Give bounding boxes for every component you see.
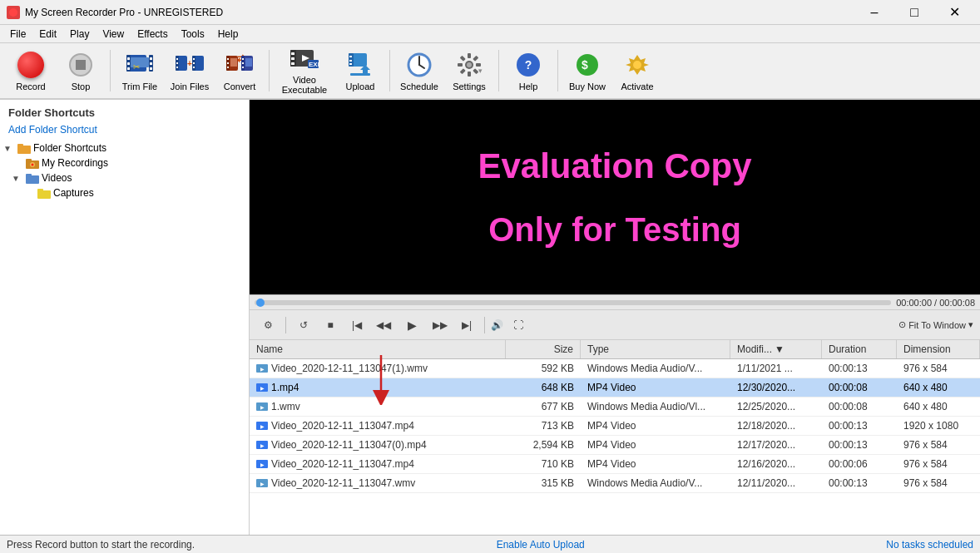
svg-rect-25 bbox=[227, 58, 229, 60]
table-row[interactable]: ▶ 1.mp4 648 KB MP4 Video 12/30/2020... 0… bbox=[250, 378, 980, 397]
help-button[interactable]: ? Help bbox=[504, 47, 552, 95]
settings-ctrl-button[interactable]: ⚙ bbox=[256, 315, 280, 335]
convert-button[interactable]: ⇄ Convert bbox=[215, 47, 264, 95]
svg-rect-62 bbox=[460, 68, 466, 74]
svg-rect-19 bbox=[193, 58, 195, 60]
app-title: My Screen Recorder Pro - UNREGISTERED bbox=[25, 7, 223, 18]
fit-to-window-control[interactable]: ⊙ Fit To Window ▾ bbox=[898, 319, 973, 330]
video-executable-button[interactable]: EXE Video Executable bbox=[275, 47, 334, 95]
menu-tools[interactable]: Tools bbox=[175, 27, 211, 42]
svg-rect-35 bbox=[245, 58, 252, 67]
upload-icon bbox=[345, 50, 375, 80]
schedule-button[interactable]: Schedule bbox=[395, 47, 443, 95]
video-executable-icon: EXE bbox=[290, 47, 319, 73]
settings-icon: ▾ bbox=[454, 50, 484, 80]
file-size-cell: 713 KB bbox=[506, 417, 581, 435]
tree-item-my-recordings[interactable]: My Recordings bbox=[0, 156, 249, 170]
tree-item-videos[interactable]: ▼ Videos bbox=[0, 170, 249, 185]
file-duration-cell: 00:00:08 bbox=[822, 397, 897, 416]
next-chapter-button[interactable]: ▶| bbox=[455, 315, 478, 335]
file-type-cell: Windows Media Audio/Vl... bbox=[581, 397, 730, 416]
file-thumb: ▶ bbox=[256, 402, 268, 411]
right-panel: Evaluation Copy Only for Testing 00:00:0… bbox=[250, 100, 980, 535]
header-modified[interactable]: Modifi... ▼ bbox=[730, 340, 822, 358]
enable-auto-upload-link[interactable]: Enable Auto Upload bbox=[497, 539, 585, 551]
svg-rect-33 bbox=[242, 62, 244, 64]
captures-icon bbox=[37, 188, 51, 199]
header-type[interactable]: Type bbox=[581, 340, 730, 358]
videos-icon bbox=[26, 173, 39, 184]
fullscreen-button[interactable]: ⛶ bbox=[507, 315, 530, 335]
record-button[interactable]: Record bbox=[7, 47, 55, 95]
menu-edit[interactable]: Edit bbox=[32, 27, 63, 42]
buy-now-label: Buy Now bbox=[569, 81, 606, 91]
svg-rect-7 bbox=[150, 57, 152, 60]
stop-label: Stop bbox=[72, 81, 91, 91]
file-size-cell: 648 KB bbox=[506, 378, 581, 397]
file-name-cell: ▶ Video_2020-12-11_113047(1).wmv bbox=[250, 359, 506, 378]
app-icon bbox=[7, 6, 20, 19]
settings-button[interactable]: ▾ Settings bbox=[445, 47, 493, 95]
rewind-button[interactable]: ◀◀ bbox=[372, 315, 395, 335]
add-folder-shortcut-link[interactable]: Add Folder Shortcut bbox=[0, 122, 249, 141]
play-button[interactable]: ▶ bbox=[398, 314, 425, 337]
join-files-label: Join Files bbox=[171, 81, 209, 91]
file-size-cell: 677 KB bbox=[506, 397, 581, 416]
file-type-cell: MP4 Video bbox=[581, 436, 730, 454]
table-row[interactable]: ▶ Video_2020-12-11_113047.wmv 315 KB Win… bbox=[250, 474, 980, 493]
table-row[interactable]: ▶ Video_2020-12-11_113047.mp4 710 KB MP4… bbox=[250, 455, 980, 474]
status-left: Press Record button to start the recordi… bbox=[7, 539, 195, 551]
maximize-button[interactable]: □ bbox=[895, 0, 933, 25]
svg-rect-47 bbox=[349, 60, 352, 62]
stop-ctrl-button[interactable]: ■ bbox=[319, 315, 342, 335]
tree-item-captures[interactable]: Captures bbox=[0, 185, 249, 200]
trim-file-button[interactable]: ✂ Trim File bbox=[116, 47, 164, 95]
header-dimension[interactable]: Dimension bbox=[897, 340, 980, 358]
file-size-cell: 2,594 KB bbox=[506, 436, 581, 454]
menu-file[interactable]: File bbox=[3, 27, 32, 42]
buy-now-button[interactable]: $ Buy Now bbox=[563, 47, 611, 95]
table-row[interactable]: ▶ Video_2020-12-11_113047.mp4 713 KB MP4… bbox=[250, 417, 980, 436]
minimize-button[interactable]: – bbox=[855, 0, 893, 25]
tree-toggle: ▼ bbox=[3, 144, 15, 153]
progress-track[interactable] bbox=[255, 300, 891, 305]
menu-help[interactable]: Help bbox=[211, 27, 245, 42]
table-row[interactable]: ▶ 1.wmv 677 KB Windows Media Audio/Vl...… bbox=[250, 397, 980, 417]
svg-rect-9 bbox=[150, 67, 152, 70]
file-dimension-cell: 640 x 480 bbox=[897, 397, 980, 416]
svg-point-74 bbox=[32, 163, 34, 165]
file-rows-container: ▶ Video_2020-12-11_113047(1).wmv 592 KB … bbox=[250, 359, 980, 493]
header-duration[interactable]: Duration bbox=[822, 340, 897, 358]
close-button[interactable]: ✕ bbox=[935, 0, 973, 25]
fast-forward-button[interactable]: ▶▶ bbox=[428, 315, 452, 335]
ctrl-sep-2 bbox=[484, 317, 485, 333]
file-type-cell: MP4 Video bbox=[581, 417, 730, 435]
table-row[interactable]: ▶ Video_2020-12-11_113047(0).mp4 2,594 K… bbox=[250, 436, 980, 455]
activate-button[interactable]: Activate bbox=[613, 47, 661, 95]
prev-chapter-button[interactable]: |◀ bbox=[345, 315, 369, 335]
header-name[interactable]: Name bbox=[250, 340, 506, 358]
menu-play[interactable]: Play bbox=[63, 27, 96, 42]
file-list-area: Name Size Type Modifi... ▼ Duration bbox=[250, 339, 980, 535]
header-size[interactable]: Size bbox=[506, 340, 581, 358]
svg-rect-61 bbox=[468, 72, 471, 77]
file-duration-cell: 00:00:13 bbox=[822, 417, 897, 435]
panel-title: Folder Shortcuts bbox=[0, 100, 249, 122]
menu-effects[interactable]: Effects bbox=[131, 27, 174, 42]
loop-button[interactable]: ↺ bbox=[292, 315, 315, 335]
volume-control[interactable]: 🔊 bbox=[491, 319, 503, 331]
join-files-button[interactable]: + Join Files bbox=[166, 47, 214, 95]
no-tasks-scheduled-link[interactable]: No tasks scheduled bbox=[886, 539, 973, 551]
time-display: 00:00:00 / 00:00:08 bbox=[896, 298, 975, 308]
separator-5 bbox=[557, 50, 558, 91]
file-duration-cell: 00:00:06 bbox=[822, 455, 897, 473]
upload-button[interactable]: Upload bbox=[336, 47, 384, 95]
menu-view[interactable]: View bbox=[96, 27, 131, 42]
my-recordings-icon bbox=[26, 158, 39, 169]
stop-button[interactable]: Stop bbox=[57, 47, 105, 95]
tree-item-folder-shortcuts[interactable]: ▼ Folder Shortcuts bbox=[0, 141, 249, 156]
table-row[interactable]: ▶ Video_2020-12-11_113047(1).wmv 592 KB … bbox=[250, 359, 980, 378]
stop-icon bbox=[66, 50, 96, 80]
sort-indicator: ▼ bbox=[775, 343, 784, 355]
svg-rect-34 bbox=[242, 67, 244, 68]
